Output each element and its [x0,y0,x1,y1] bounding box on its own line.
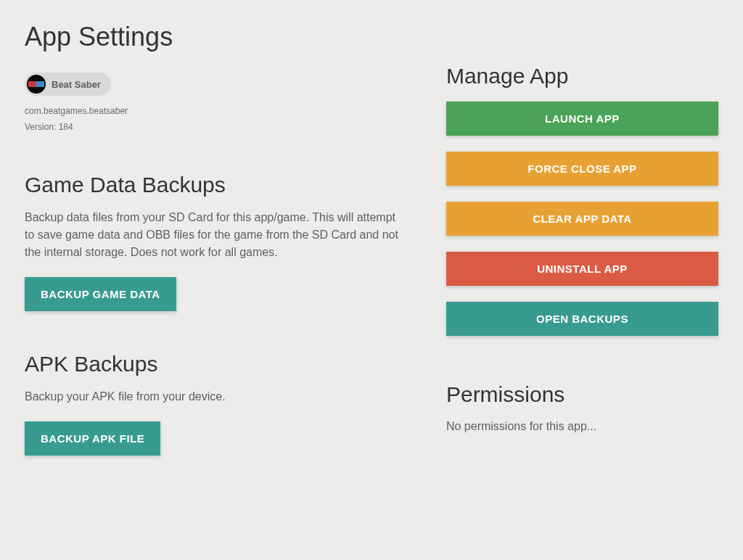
apk-backups-desc: Backup your APK file from your device. [25,388,403,405]
game-data-backups-heading: Game Data Backups [25,173,403,197]
open-backups-button[interactable]: OPEN BACKUPS [446,302,718,336]
permissions-text: No permissions for this app... [446,420,718,433]
app-chip[interactable]: Beat Saber [25,73,111,96]
manage-app-heading: Manage App [446,64,718,88]
force-close-app-button[interactable]: FORCE CLOSE APP [446,152,718,186]
app-icon [27,75,46,94]
app-version: Version: 184 [25,122,403,132]
page-title: App Settings [25,22,718,52]
package-id: com.beatgames.beatsaber [25,106,403,116]
backup-apk-file-button[interactable]: BACKUP APK FILE [25,421,160,456]
manage-app-actions: LAUNCH APP FORCE CLOSE APP CLEAR APP DAT… [446,102,718,336]
clear-app-data-button[interactable]: CLEAR APP DATA [446,202,718,236]
game-data-backups-desc: Backup data files from your SD Card for … [25,209,403,261]
permissions-heading: Permissions [446,382,718,407]
launch-app-button[interactable]: LAUNCH APP [446,102,718,136]
backup-game-data-button[interactable]: BACKUP GAME DATA [25,277,176,311]
uninstall-app-button[interactable]: UNINSTALL APP [446,252,718,286]
app-name-label: Beat Saber [52,79,101,90]
apk-backups-heading: APK Backups [25,352,403,376]
